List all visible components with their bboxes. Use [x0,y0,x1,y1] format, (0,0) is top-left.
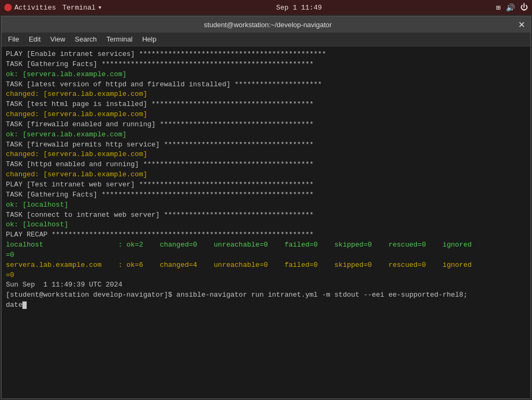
terminal-line: ok: [servera.lab.example.com] [6,130,526,140]
terminal-line: =0 [6,271,526,281]
menu-item-search[interactable]: Search [70,34,101,44]
activities-label: Activities [14,4,56,12]
terminal-line: ok: [localhost] [6,200,526,210]
terminal-content[interactable]: PLAY [Enable intranet services] ********… [2,46,530,398]
terminal-menu-label: Terminal [62,4,95,12]
volume-icon[interactable]: 🔊 [506,3,515,12]
title-bar: student@workstation:~/develop-navigator … [2,17,530,32]
terminal-line: TASK [Gathering Facts] *****************… [6,60,526,70]
terminal-line: =0 [6,250,526,260]
network-icon[interactable]: ⊞ [496,3,501,12]
system-bar-left: Activities Terminal ▾ [4,3,102,12]
terminal-line: changed: [servera.lab.example.com] [6,110,526,120]
terminal-line: PLAY RECAP *****************************… [6,230,526,240]
terminal-line: Sun Sep 1 11:49:39 UTC 2024 [6,280,526,290]
terminal-line: date [6,300,526,311]
activities-icon [4,4,12,11]
menu-item-file[interactable]: File [4,34,23,44]
terminal-line: TASK [test html page is installed] *****… [6,100,526,110]
terminal-line: TASK [connect to intranet web server] **… [6,210,526,221]
system-bar: Activities Terminal ▾ Sep 1 11:49 ⊞ 🔊 ⏻ [0,0,532,15]
terminal-line: TASK [latest version of httpd and firewa… [6,80,526,90]
power-icon[interactable]: ⏻ [520,3,528,12]
window-title: student@workstation:~/develop-navigator [204,21,332,29]
terminal-menu-button[interactable]: Terminal ▾ [62,3,102,12]
terminal-line: TASK [firewalld permits http service] **… [6,140,526,150]
menu-item-terminal[interactable]: Terminal [102,34,137,44]
terminal-line: changed: [servera.lab.example.com] [6,170,526,180]
terminal-line: localhost : ok=2 changed=0 unreachable=0… [6,240,526,250]
terminal-menu-arrow: ▾ [98,3,102,12]
terminal-line: ok: [servera.lab.example.com] [6,70,526,80]
terminal-line: PLAY [Test intranet web server] ********… [6,180,526,190]
terminal-line: TASK [firewalld enabled and running] ***… [6,120,526,130]
menu-item-view[interactable]: View [46,34,69,44]
terminal-line: changed: [servera.lab.example.com] [6,150,526,160]
terminal-window: student@workstation:~/develop-navigator … [1,16,531,399]
terminal-cursor [22,301,27,309]
activities-button[interactable]: Activities [4,4,56,12]
terminal-line: changed: [servera.lab.example.com] [6,89,526,100]
terminal-line: TASK [Gathering Facts] *****************… [6,190,526,200]
menu-item-help[interactable]: Help [138,34,161,44]
system-tray: ⊞ 🔊 ⏻ [496,3,528,12]
menu-item-edit[interactable]: Edit [25,34,45,44]
terminal-line: TASK [httpd enabled and running] *******… [6,160,526,170]
menu-bar: FileEditViewSearchTerminalHelp [2,32,530,46]
terminal-line: PLAY [Enable intranet services] ********… [6,50,526,60]
terminal-line: [student@workstation develop-navigator]$… [6,290,526,300]
terminal-line: servera.lab.example.com : ok=6 changed=4… [6,260,526,271]
system-datetime: Sep 1 11:49 [276,4,322,12]
close-button[interactable]: ✕ [518,20,525,30]
terminal-line: ok: [localhost] [6,220,526,230]
